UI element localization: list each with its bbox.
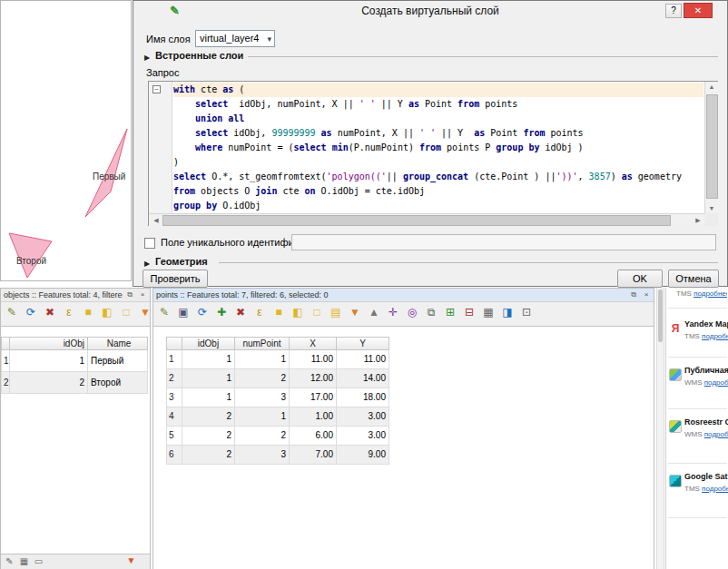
ok-button[interactable]: OK: [617, 270, 663, 288]
column-header[interactable]: numPoint: [235, 337, 290, 350]
table-cell[interactable]: 18.00: [337, 388, 389, 407]
uid-checkbox[interactable]: [144, 238, 155, 249]
service-details-link[interactable]: подробнее: [704, 378, 728, 387]
reload-icon[interactable]: ⟳: [22, 304, 40, 322]
service-details-link[interactable]: подробнее: [702, 485, 728, 493]
sql-line[interactable]: ): [173, 155, 703, 170]
sql-code[interactable]: with cte as ( select idObj, numPoint, X …: [173, 83, 703, 213]
table-cell[interactable]: 2: [182, 407, 235, 427]
table-cell[interactable]: 2: [235, 369, 290, 388]
map-canvas[interactable]: Первый Второй: [0, 0, 132, 281]
table-row[interactable]: 31317.0018.00: [166, 388, 389, 407]
dialog-titlebar[interactable]: ✎ Создать виртуальный слой ? ✕: [133, 1, 727, 21]
table-cell[interactable]: 3.00: [337, 407, 389, 427]
table-cell[interactable]: 17.00: [290, 388, 337, 407]
sql-line[interactable]: select idObj, numPoint, X || ' ' || Y as…: [173, 97, 703, 112]
close-button[interactable]: ✕: [684, 3, 713, 18]
layer-name-combobox[interactable]: virtual_layer4 ▾: [195, 30, 275, 47]
service-item[interactable]: Rosreestr CWMS подробнее: [666, 416, 728, 457]
invert-selection-icon[interactable]: ◧: [289, 304, 307, 322]
row-number[interactable]: 4: [166, 407, 182, 427]
table-cell[interactable]: 9.00: [337, 446, 389, 465]
table-cell[interactable]: Второй: [88, 372, 148, 394]
float-panel-icon[interactable]: ⧉: [628, 290, 639, 300]
edit-icon[interactable]: ✎: [3, 555, 16, 568]
field-calculator-icon[interactable]: ▦: [479, 304, 497, 322]
row-number[interactable]: 3: [166, 388, 182, 407]
table-row[interactable]: 11Первый: [1, 350, 148, 372]
sql-line[interactable]: group by O.idObj: [173, 199, 703, 213]
pan-to-selected-icon[interactable]: ✛: [384, 304, 402, 322]
service-item[interactable]: Публичная кWMS подробнее: [666, 364, 728, 406]
table-cell[interactable]: 12.00: [290, 369, 337, 388]
table-cell[interactable]: 3: [235, 388, 290, 407]
table-cell[interactable]: 11.00: [290, 350, 337, 369]
table-cell[interactable]: 1: [182, 369, 235, 388]
table-cell[interactable]: 1: [182, 350, 235, 369]
scrollbar-thumb[interactable]: [162, 215, 671, 226]
fold-marker-icon[interactable]: −: [152, 85, 161, 93]
service-details-link[interactable]: подробнее: [704, 430, 728, 438]
table-cell[interactable]: Первый: [88, 350, 148, 372]
sql-line[interactable]: where numPoint = (select min(P.numPoint)…: [173, 141, 703, 155]
table-cell[interactable]: 1.00: [290, 407, 337, 427]
sql-line[interactable]: select O.*, st_geomfromtext('polygon(('|…: [173, 170, 703, 184]
toggle-editing-icon[interactable]: ✎: [3, 304, 21, 322]
table-row[interactable]: 11111.0011.00: [166, 350, 389, 369]
form-view-icon[interactable]: ▭: [32, 555, 45, 568]
table-cell[interactable]: 11.00: [337, 350, 389, 369]
table-row[interactable]: 22Второй: [1, 372, 148, 394]
services-scrollbar[interactable]: [656, 288, 664, 569]
table-cell[interactable]: 1: [182, 388, 235, 407]
select-by-expression-icon[interactable]: ε: [60, 304, 78, 322]
table-cell[interactable]: 1: [235, 407, 290, 427]
sql-editor[interactable]: − with cte as ( select idObj, numPoint, …: [148, 81, 718, 226]
row-number[interactable]: 6: [166, 446, 182, 465]
row-number[interactable]: 2: [1, 372, 10, 394]
select-all-icon[interactable]: ■: [270, 304, 288, 322]
sql-line[interactable]: union all: [173, 112, 703, 126]
new-field-icon[interactable]: ⊞: [441, 304, 459, 322]
panel-titlebar[interactable]: points :: Features total: 7, filtered: 6…: [153, 289, 654, 302]
sql-line[interactable]: with cte as (: [173, 83, 703, 97]
table-row[interactable]: 21212.0014.00: [166, 369, 389, 388]
delete-selected-icon[interactable]: ✖: [231, 304, 250, 322]
scroll-left-icon[interactable]: ◀: [150, 217, 162, 224]
close-panel-icon[interactable]: ×: [641, 290, 652, 300]
service-item[interactable]: ЯYandex MapTMS подробнее: [666, 318, 728, 359]
filter-mode-icon[interactable]: ▼: [124, 554, 138, 567]
select-by-form-icon[interactable]: ▤: [327, 304, 345, 322]
table-cell[interactable]: 3: [235, 446, 290, 465]
row-number[interactable]: 1: [1, 350, 10, 372]
panel-titlebar[interactable]: objects :: Features total: 4, filtered: …: [1, 289, 150, 302]
toggle-editing-icon[interactable]: ✎: [155, 304, 173, 322]
save-edits-icon[interactable]: ▣: [174, 304, 192, 322]
scrollbar-thumb[interactable]: [706, 94, 718, 199]
close-panel-icon[interactable]: ×: [137, 290, 148, 300]
sql-line[interactable]: select idObj, 99999999 as numPoint, X ||…: [173, 126, 703, 141]
scroll-down-icon[interactable]: ▼: [705, 205, 718, 211]
collapse-arrow-icon[interactable]: ▶: [144, 260, 150, 268]
uid-field-input[interactable]: [291, 234, 716, 250]
add-feature-icon[interactable]: ✚: [212, 304, 231, 322]
reload-icon[interactable]: ⟳: [193, 304, 212, 322]
table-view-icon[interactable]: ▦: [17, 555, 31, 568]
table-cell[interactable]: 7.00: [290, 446, 337, 465]
table-cell[interactable]: 2: [182, 427, 235, 446]
scroll-up-icon[interactable]: ▲: [705, 83, 718, 90]
check-query-button[interactable]: Проверить: [143, 270, 208, 288]
move-selection-top-icon[interactable]: ▲: [365, 304, 383, 322]
delete-selected-icon[interactable]: ✖: [41, 304, 59, 322]
dock-icon[interactable]: ⊡: [517, 304, 536, 322]
collapse-arrow-icon[interactable]: ▶: [144, 54, 150, 62]
scrollbar-thumb[interactable]: [658, 289, 663, 342]
table-cell[interactable]: 3.00: [337, 427, 389, 446]
table-row[interactable]: 4211.003.00: [166, 407, 389, 427]
editor-horizontal-scrollbar[interactable]: ◀ ▶: [149, 213, 704, 226]
column-header[interactable]: Name: [88, 337, 148, 350]
copy-icon[interactable]: ⧉: [422, 304, 440, 322]
table-cell[interactable]: 14.00: [337, 369, 389, 388]
sql-line[interactable]: from objects O join cte on O.idObj = cte…: [173, 184, 703, 199]
float-panel-icon[interactable]: ⧉: [124, 290, 135, 300]
help-button[interactable]: ?: [665, 4, 682, 18]
